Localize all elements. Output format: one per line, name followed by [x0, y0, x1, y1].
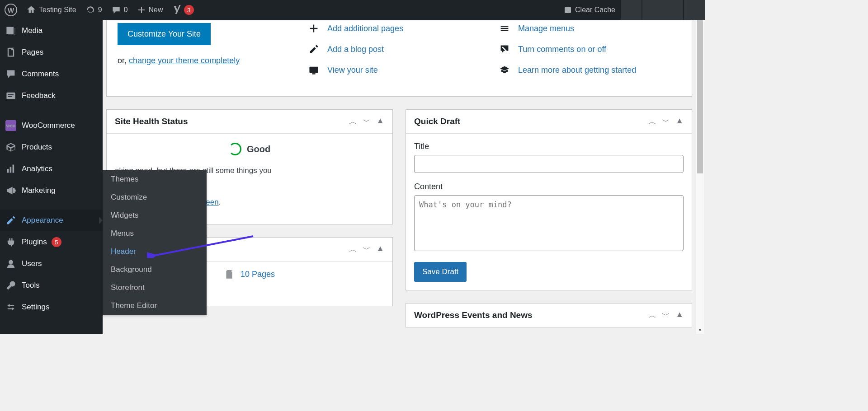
svg-rect-0	[565, 7, 571, 13]
flyout-widgets[interactable]: Widgets	[103, 206, 207, 224]
comments-icon	[5, 69, 16, 79]
svg-rect-5	[309, 67, 318, 73]
products-icon	[5, 142, 16, 153]
admin-bar: W Testing Site 9 0 New 3 Clear Cache	[0, 0, 705, 20]
sidebar-label: Plugins	[22, 238, 47, 247]
plus-icon	[137, 5, 146, 14]
manage-menus-link[interactable]: Manage menus	[499, 23, 681, 34]
media-icon	[5, 25, 16, 36]
clear-cache[interactable]: Clear Cache	[559, 0, 620, 20]
flyout-customize[interactable]: Customize	[103, 188, 207, 206]
wp-logo[interactable]: W	[0, 0, 22, 20]
add-pages-link[interactable]: Add additional pages	[308, 23, 490, 34]
cache-icon	[563, 5, 572, 14]
flyout-background[interactable]: Background	[103, 261, 207, 279]
analytics-icon	[5, 163, 16, 174]
sidebar-label: WooCommerce	[22, 121, 75, 130]
yoast[interactable]: 3	[168, 0, 198, 20]
sidebar-label: Marketing	[22, 186, 56, 195]
appearance-icon	[5, 215, 16, 226]
sidebar-comments[interactable]: Comments	[0, 63, 103, 85]
updates[interactable]: 9	[81, 0, 107, 20]
sidebar-plugins[interactable]: Plugins 5	[0, 231, 103, 253]
scroll-thumb[interactable]	[697, 20, 703, 173]
draft-content-textarea[interactable]	[414, 195, 684, 251]
comments[interactable]: 0	[107, 0, 132, 20]
triangle-up-icon[interactable]: ▲	[376, 244, 384, 255]
sidebar-appearance[interactable]: Appearance	[0, 210, 103, 231]
learn-more-link[interactable]: Learn more about getting started	[499, 65, 681, 75]
plugins-badge: 5	[52, 237, 61, 247]
yoast-icon	[172, 5, 182, 15]
settings-icon	[5, 302, 16, 313]
new-content[interactable]: New	[132, 0, 168, 20]
svg-point-3	[8, 304, 10, 307]
sidebar-label: Appearance	[22, 216, 63, 225]
flyout-menus[interactable]: Menus	[103, 224, 207, 243]
admin-bar-box-3[interactable]	[684, 0, 705, 20]
admin-sidebar: Media Pages Comments Feedback woo WooCom…	[0, 20, 103, 334]
draft-title-input[interactable]	[414, 155, 684, 173]
appearance-flyout: Themes Customize Widgets Menus Header Ba…	[103, 170, 207, 315]
view-icon	[308, 65, 319, 75]
comments-count: 0	[124, 6, 128, 14]
chevron-down-icon[interactable]: ﹀	[662, 116, 670, 127]
chevron-up-icon[interactable]: ︿	[648, 116, 656, 127]
pages-icon	[224, 270, 234, 280]
sidebar-label: Products	[22, 143, 52, 152]
health-status: Good	[247, 142, 270, 156]
site-name[interactable]: Testing Site	[22, 0, 81, 20]
pages-count-link[interactable]: 10 Pages	[241, 270, 275, 279]
triangle-up-icon[interactable]: ▲	[675, 310, 684, 321]
sidebar-woocommerce[interactable]: woo WooCommerce	[0, 115, 103, 136]
sidebar-products[interactable]: Products	[0, 136, 103, 158]
triangle-up-icon[interactable]: ▲	[376, 116, 384, 127]
quick-draft-title: Quick Draft	[414, 117, 648, 126]
events-title: WordPress Events and News	[414, 310, 648, 320]
refresh-icon	[85, 5, 95, 15]
svg-point-4	[11, 308, 14, 310]
admin-bar-box-2[interactable]	[642, 0, 683, 20]
chevron-down-icon[interactable]: ﹀	[363, 244, 371, 255]
sidebar-analytics[interactable]: Analytics	[0, 158, 103, 180]
scroll-down-icon[interactable]: ▼	[696, 326, 704, 334]
users-icon	[5, 258, 16, 269]
chevron-down-icon[interactable]: ﹀	[662, 310, 670, 321]
sidebar-label: Pages	[22, 48, 43, 57]
health-ring-icon	[229, 143, 241, 155]
flyout-header[interactable]: Header	[103, 243, 207, 261]
add-blog-post-link[interactable]: Add a blog post	[308, 44, 490, 55]
view-site-link[interactable]: View your site	[308, 65, 490, 75]
admin-bar-box-1[interactable]	[621, 0, 642, 20]
sidebar-users[interactable]: Users	[0, 253, 103, 275]
comment-off-icon	[499, 44, 510, 55]
comment-icon	[111, 5, 121, 15]
woo-icon: woo	[5, 120, 16, 131]
chevron-up-icon[interactable]: ︿	[648, 310, 656, 321]
save-draft-button[interactable]: Save Draft	[414, 262, 467, 282]
learn-icon	[499, 65, 510, 75]
chevron-up-icon[interactable]: ︿	[349, 244, 357, 255]
scrollbar[interactable]: ▲ ▼	[696, 20, 704, 334]
flyout-themes[interactable]: Themes	[103, 170, 207, 188]
sidebar-marketing[interactable]: Marketing	[0, 180, 103, 201]
flyout-storefront[interactable]: Storefront	[103, 279, 207, 297]
sidebar-pages[interactable]: Pages	[0, 42, 103, 63]
sidebar-settings[interactable]: Settings	[0, 296, 103, 318]
triangle-up-icon[interactable]: ▲	[675, 116, 684, 127]
flyout-theme-editor[interactable]: Theme Editor	[103, 297, 207, 315]
change-theme-line: or, change your theme completely	[118, 56, 299, 65]
comments-toggle-link[interactable]: Turn comments on or off	[499, 44, 681, 55]
yoast-badge: 3	[184, 5, 194, 15]
chevron-down-icon[interactable]: ﹀	[363, 116, 371, 127]
menu-icon	[499, 23, 510, 34]
home-icon	[26, 5, 36, 15]
chevron-up-icon[interactable]: ︿	[349, 116, 357, 127]
sidebar-media[interactable]: Media	[0, 20, 103, 42]
customize-site-button[interactable]: Customize Your Site	[118, 23, 211, 45]
plus-icon	[308, 23, 319, 34]
sidebar-tools[interactable]: Tools	[0, 275, 103, 296]
change-theme-link[interactable]: change your theme completely	[129, 56, 240, 65]
sidebar-label: Comments	[22, 70, 59, 79]
sidebar-feedback[interactable]: Feedback	[0, 85, 103, 107]
